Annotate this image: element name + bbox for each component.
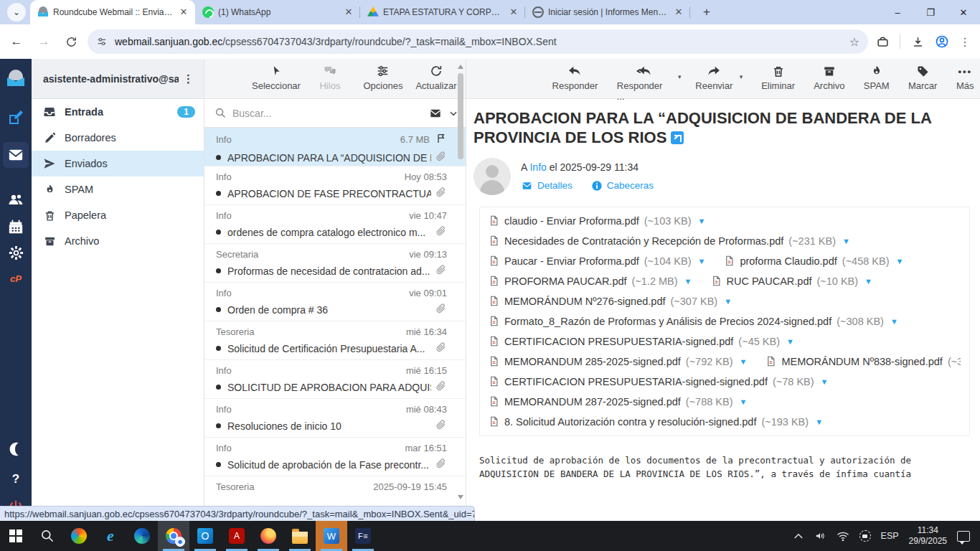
attachment-menu-caret-icon[interactable]: ▼ <box>724 297 732 306</box>
list-item[interactable]: Info mar 16:51 Solicitud de aprobación d… <box>204 438 466 476</box>
forward-button[interactable]: Reenviar ▾ <box>689 64 738 91</box>
chrome-menu-icon[interactable]: ⋮ <box>959 35 971 49</box>
attachment-item[interactable]: CERTIFICACION PRESUPUESTARIA-signed-sign… <box>489 375 828 387</box>
attachment-item[interactable]: MEMORÁNDUM Nº276-signed.pdf (~307 KB) ▼ <box>489 295 732 307</box>
back-button[interactable]: ← <box>6 31 27 52</box>
notifications-icon[interactable] <box>957 531 970 542</box>
attachment-menu-caret-icon[interactable]: ▼ <box>684 277 692 286</box>
taskbar-fes-button[interactable]: F≡ <box>347 521 379 551</box>
recipient-link[interactable]: Info <box>529 161 546 173</box>
reply-all-button[interactable]: Responder ... ▾ <box>611 64 677 102</box>
attachment-menu-caret-icon[interactable]: ▼ <box>740 357 748 366</box>
attachment-menu-caret-icon[interactable]: ▼ <box>821 377 829 386</box>
cpanel-icon[interactable]: cP <box>3 265 29 291</box>
wifi-icon[interactable] <box>837 531 849 542</box>
sidebar-item-archivo[interactable]: Archivo <box>32 228 204 254</box>
more-button[interactable]: ••• Más <box>951 64 980 91</box>
taskbar-chrome-button[interactable]: ☻ <box>158 521 189 551</box>
attachment-item[interactable]: MEMORANDUM 285-2025-signed.pdf (~792 KB)… <box>489 355 747 367</box>
tab-drive[interactable]: ETAPA ESTATURA Y CORPORAL ✕ <box>360 0 525 24</box>
list-item[interactable]: Info vie 10:47 ordenes de compra catalog… <box>204 205 466 244</box>
sidebar-item-spam[interactable]: SPAM <box>32 176 204 202</box>
reply-all-caret-icon[interactable]: ▾ <box>678 73 682 80</box>
help-button[interactable]: ? <box>3 466 29 492</box>
window-restore-button[interactable]: ❐ <box>914 0 947 24</box>
attachment-item[interactable]: PROFORMA PAUCAR.pdf (~1.2 MB) ▼ <box>489 275 692 287</box>
list-item[interactable]: Info mié 16:15 SOLICITUD DE APROBACION P… <box>204 360 466 399</box>
attachment-item[interactable]: Formato_8_Razón de Proformas y Análisis … <box>489 315 898 327</box>
compose-button[interactable] <box>3 105 29 131</box>
bookmark-star-icon[interactable]: ☆ <box>849 35 859 49</box>
attachment-item[interactable]: 8. Solicitud Autorización contra y resol… <box>489 415 823 428</box>
external-link-icon[interactable] <box>671 131 684 144</box>
scroll-up-icon[interactable] <box>458 65 463 69</box>
taskbar-edge-button[interactable] <box>126 521 158 551</box>
sidebar-item-borradores[interactable]: Borradores <box>32 125 204 151</box>
attachment-item[interactable]: MEMORANDUM 287-2025-signed.pdf (~788 KB)… <box>489 395 747 408</box>
search-input[interactable] <box>232 108 423 119</box>
downloads-icon[interactable] <box>910 34 925 49</box>
sidebar-item-enviados[interactable]: Enviados <box>32 151 204 176</box>
list-item[interactable]: Secretaria vie 09:13 Proformas de necesi… <box>204 244 466 283</box>
dark-mode-button[interactable] <box>3 436 29 462</box>
details-link[interactable]: Detalles <box>521 180 573 192</box>
attachment-menu-caret-icon[interactable]: ▼ <box>697 217 705 225</box>
attachment-item[interactable]: CERTIFICACION PRESUPUESTARIA-signed.pdf … <box>489 335 794 347</box>
new-tab-button[interactable]: + <box>697 3 716 22</box>
taskbar-copilot-button[interactable] <box>63 521 95 551</box>
headers-link[interactable]: Cabeceras <box>591 180 654 192</box>
threads-button[interactable]: Hilos <box>306 64 354 91</box>
taskbar-acrobat-button[interactable]: A <box>221 521 253 551</box>
attachment-menu-caret-icon[interactable]: ▼ <box>896 257 904 265</box>
tab-close-icon[interactable]: ✕ <box>673 6 684 18</box>
window-close-button[interactable]: ✕ <box>947 0 980 24</box>
reply-button[interactable]: Responder <box>547 64 603 91</box>
forward-button[interactable]: → <box>33 31 55 52</box>
attachment-menu-caret-icon[interactable]: ▼ <box>842 237 850 245</box>
clock[interactable]: 11:3429/9/2025 <box>909 525 947 547</box>
omnibox[interactable]: webmail.sanjuan.gob.ec/cpsess6704737043/… <box>88 29 868 54</box>
attachment-item[interactable]: proforma Claudio.pdf (~458 KB) ▼ <box>724 255 903 267</box>
search-scope-mail-icon[interactable] <box>428 108 443 119</box>
attachment-menu-caret-icon[interactable]: ▼ <box>815 418 823 426</box>
tray-capture-icon[interactable] <box>859 530 871 542</box>
refresh-button[interactable]: Actualizar <box>413 64 460 91</box>
delete-button[interactable]: Eliminar <box>755 64 801 91</box>
attachment-item[interactable]: MEMORÁNDUM Nº838-signed.pdf (~350 KB) ▼ <box>765 355 961 367</box>
tab-roundcube[interactable]: Roundcube Webmail :: Enviados ✕ <box>30 0 195 24</box>
sidebar-item-entrada[interactable]: Entrada 1 <box>32 99 204 125</box>
mail-nav-button[interactable] <box>3 142 29 168</box>
taskbar-word-button[interactable]: W <box>316 521 347 551</box>
contacts-nav-button[interactable] <box>3 187 29 212</box>
tab-whatsapp[interactable]: (1) WhatsApp ✕ <box>195 0 360 24</box>
attachment-item[interactable]: claudio - Enviar Proforma.pdf (~103 KB) … <box>489 215 705 227</box>
options-button[interactable]: Opciones <box>359 64 407 91</box>
tab-close-icon[interactable]: ✕ <box>508 6 519 18</box>
attachment-menu-caret-icon[interactable]: ▼ <box>697 257 705 265</box>
attachment-menu-caret-icon[interactable]: ▼ <box>890 317 898 326</box>
tray-chevron-up-icon[interactable] <box>793 532 804 540</box>
taskbar-outlook-button[interactable]: O <box>189 521 221 551</box>
forward-caret-icon[interactable]: ▾ <box>740 73 743 80</box>
profile-avatar-icon[interactable] <box>935 34 949 49</box>
archive-button[interactable]: Archivo <box>808 64 850 91</box>
sidebar-item-papelera[interactable]: Papelera <box>32 202 204 228</box>
taskbar-ie-button[interactable]: e <box>95 521 126 551</box>
calendar-nav-button[interactable] <box>3 214 29 240</box>
list-item[interactable]: Info Hoy 08:53 APROBACION DE FASE PRECON… <box>204 166 466 205</box>
list-item[interactable]: Info 6.7 MB APROBACION PARA LA “ADQUISIC… <box>204 128 466 166</box>
scrollbar-thumb[interactable] <box>458 73 463 159</box>
volume-icon[interactable] <box>814 530 826 542</box>
attachment-item[interactable]: Necesidades de Contratación y Recepción … <box>489 235 850 247</box>
account-menu-icon[interactable]: ⋮ <box>179 72 198 85</box>
tab-search-button[interactable]: ⌄ <box>7 3 26 22</box>
scroll-down-icon[interactable] <box>458 495 463 499</box>
attachment-item[interactable]: Paucar - Enviar Proforma.pdf (~104 KB) ▼ <box>489 255 705 267</box>
spam-button[interactable]: SPAM <box>858 64 895 91</box>
taskbar-explorer-button[interactable] <box>284 521 316 551</box>
taskbar-search-button[interactable] <box>32 521 63 551</box>
list-item[interactable]: Tesoreria mié 16:34 Solicitud de Certifi… <box>204 321 466 360</box>
flag-icon[interactable] <box>435 133 447 146</box>
extensions-icon[interactable] <box>875 34 890 49</box>
reload-button[interactable] <box>60 31 82 52</box>
